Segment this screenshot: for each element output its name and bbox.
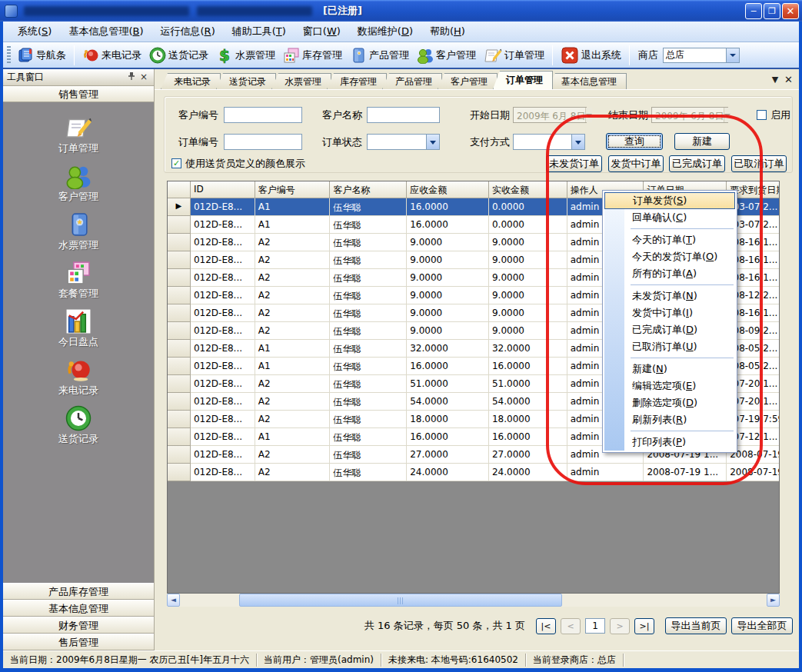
row-selector[interactable] (168, 340, 191, 358)
tab-2[interactable]: 水票管理 (271, 73, 331, 89)
delivery-color-checkbox[interactable]: ✓ (171, 158, 181, 168)
menu-bar-item[interactable]: 基本信息管理(B) (60, 22, 151, 41)
first-page-button[interactable]: |< (536, 618, 556, 634)
row-selector[interactable] (168, 464, 191, 481)
tab-1[interactable]: 送货记录 (216, 73, 276, 89)
toolbar-customer-button[interactable]: 客户管理 (413, 45, 480, 65)
sidebar-item-delivery-record[interactable]: 送货记录 (32, 405, 125, 454)
context-menu-item[interactable]: 今天的订单(T) (604, 231, 735, 248)
toolbar-inventory-button[interactable]: 库存管理 (279, 45, 346, 65)
row-selector[interactable] (168, 216, 191, 234)
row-selector[interactable] (168, 446, 191, 464)
context-menu-item[interactable]: 回单确认(C) (604, 209, 735, 226)
toolbar-water-ticket-button[interactable]: $ 水票管理 (212, 45, 279, 65)
column-header-customer-name[interactable]: 客户名称 (330, 181, 407, 198)
chevron-down-icon[interactable] (585, 108, 592, 122)
query-button[interactable]: 查询 (606, 133, 663, 150)
completed-orders-button[interactable]: 已完成订单 (669, 155, 725, 172)
pin-icon[interactable] (125, 72, 138, 84)
cancelled-orders-button[interactable]: 已取消订单 (731, 155, 787, 172)
tab-active[interactable]: 订单管理 (493, 71, 553, 89)
row-selector[interactable] (168, 375, 191, 393)
chevron-down-icon[interactable] (571, 135, 584, 149)
menu-bar-item[interactable]: 运行信息(R) (152, 22, 224, 41)
context-menu-item[interactable]: 删除选定项(D) (604, 394, 735, 411)
context-menu-item[interactable]: 订单发货(S) (604, 192, 735, 209)
row-selector[interactable] (168, 322, 191, 340)
tab-4[interactable]: 产品管理 (382, 73, 442, 89)
sidebar-item-package-mgmt[interactable]: 套餐管理 (32, 260, 125, 308)
start-date-picker[interactable]: 2009年 6月 8日 (513, 107, 587, 123)
table-row[interactable]: 012D-E8...A2伍华聪24.000024.0000admin2008-0… (168, 464, 779, 481)
column-header-id[interactable]: ID (191, 181, 255, 198)
maximize-button[interactable]: ❐ (764, 3, 780, 19)
order-status-select[interactable] (367, 134, 440, 150)
menu-bar-item[interactable]: 系统(S) (9, 22, 60, 41)
export-current-page-button[interactable]: 导出当前页 (665, 617, 727, 634)
minimize-button[interactable]: ─ (745, 3, 762, 19)
pay-method-select[interactable] (513, 134, 585, 150)
menu-bar-item[interactable]: 窗口(W) (295, 22, 349, 41)
menu-bar-item[interactable]: 帮助(H) (421, 22, 474, 41)
scroll-right-icon[interactable]: ► (767, 594, 780, 607)
toolbar-navigator-button[interactable]: 导航条 (13, 45, 70, 65)
close-button[interactable]: ✕ (782, 3, 799, 19)
tab-0[interactable]: 来电记录 (161, 73, 221, 89)
row-selector[interactable] (168, 393, 191, 411)
close-icon[interactable]: × (138, 72, 150, 84)
unshipped-orders-button[interactable]: 未发货订单 (546, 155, 602, 172)
last-page-button[interactable]: >| (634, 618, 654, 634)
customer-no-input[interactable] (224, 107, 302, 123)
context-menu-item[interactable]: 编辑选定项(E) (604, 378, 735, 394)
menu-bar-item[interactable]: 数据维护(D) (349, 22, 421, 41)
chevron-down-icon[interactable] (726, 48, 739, 62)
scroll-left-icon[interactable]: ◄ (167, 594, 180, 607)
row-selector-arrow[interactable]: ▶ (168, 198, 191, 216)
sidebar-section-sales[interactable]: 销售管理 (3, 86, 154, 102)
sidebar-item-water-ticket-mgmt[interactable]: 水票管理 (32, 211, 125, 260)
menu-bar-item[interactable]: 辅助工具(T) (224, 22, 295, 41)
column-header-received[interactable]: 实收金额 (489, 181, 567, 198)
enable-date-checkbox[interactable] (757, 110, 767, 120)
chevron-down-icon[interactable] (426, 135, 439, 149)
sidebar-section-basic-info[interactable]: 基本信息管理 (3, 600, 154, 617)
end-date-picker[interactable]: 2009年 6月 8日 (651, 107, 728, 123)
sidebar-section-product-inventory[interactable]: 产品库存管理 (3, 583, 154, 600)
context-menu-item[interactable]: 发货中订单(I) (604, 304, 735, 321)
sidebar-section-after-sales[interactable]: 售后管理 (3, 634, 154, 650)
sidebar-section-finance[interactable]: 财务管理 (3, 617, 154, 634)
column-header-receivable[interactable]: 应收金额 (407, 181, 489, 198)
context-menu-item[interactable]: 已取消订单(U) (604, 338, 735, 355)
chevron-down-icon[interactable] (724, 108, 730, 122)
toolbar-grip[interactable] (7, 46, 11, 65)
scrollbar-track[interactable] (180, 594, 767, 607)
row-selector[interactable] (168, 304, 191, 322)
next-page-button[interactable]: > (610, 618, 630, 634)
tab-list-dropdown-icon[interactable]: ▼ (772, 75, 778, 85)
row-selector[interactable] (168, 358, 191, 375)
scrollbar-thumb[interactable] (239, 594, 562, 607)
row-selector[interactable] (168, 269, 191, 287)
toolbar-exit-button[interactable]: 退出系统 (557, 45, 625, 66)
row-selector[interactable] (168, 411, 191, 428)
shop-select[interactable]: 总店 (663, 48, 740, 63)
column-header-customer-no[interactable]: 客户编号 (255, 181, 331, 198)
tab-5[interactable]: 客户管理 (438, 73, 498, 89)
context-menu-item[interactable]: 新建(N) (604, 361, 735, 378)
toolbar-product-button[interactable]: 产品管理 (346, 45, 413, 65)
toolbar-order-button[interactable]: 订单管理 (480, 45, 548, 65)
context-menu-item[interactable]: 打印列表(P) (604, 434, 735, 451)
context-menu-item[interactable]: 所有的订单(A) (604, 265, 735, 282)
sidebar-item-order-mgmt[interactable]: 订单管理 (32, 115, 125, 163)
row-selector[interactable] (168, 428, 191, 446)
sidebar-item-customer-mgmt[interactable]: 客户管理 (32, 163, 125, 211)
context-menu-item[interactable]: 已完成订单(D) (604, 321, 735, 338)
context-menu-item[interactable]: 未发货订单(N) (604, 288, 735, 304)
customer-name-input[interactable] (367, 107, 440, 123)
context-menu-item[interactable]: 刷新列表(R) (604, 411, 735, 428)
row-selector[interactable] (168, 287, 191, 304)
toolbar-delivery-record-button[interactable]: 送货记录 (145, 45, 212, 65)
sidebar-item-today-inventory[interactable]: 今日盘点 (32, 308, 125, 357)
tab-7[interactable]: 基本信息管理 (548, 73, 627, 89)
export-all-pages-button[interactable]: 导出全部页 (731, 617, 793, 634)
